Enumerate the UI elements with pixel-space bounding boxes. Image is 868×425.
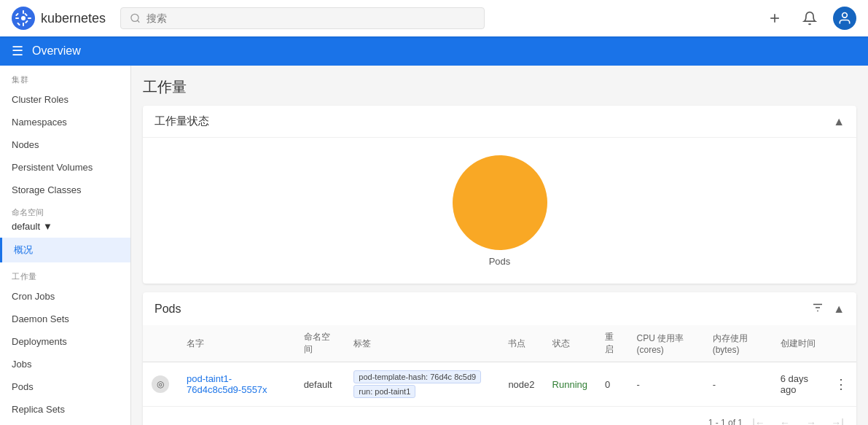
sidebar: 集群 Cluster Roles Namespaces Nodes Persis… <box>0 66 131 425</box>
cluster-section-label: 集群 <box>0 66 130 88</box>
pods-chart-label: Pods <box>489 256 511 267</box>
pod-row-actions-cell: ⋮ <box>826 362 856 407</box>
sidebar-item-replica-sets[interactable]: Replica Sets <box>0 398 130 421</box>
page-title: 工作量 <box>143 77 856 97</box>
sidebar-item-cluster-roles[interactable]: Cluster Roles <box>0 88 130 111</box>
search-input[interactable] <box>146 12 475 24</box>
col-name: 名字 <box>178 325 295 362</box>
col-memory: 内存使用 (bytes) <box>704 325 772 362</box>
main-layout: 集群 Cluster Roles Namespaces Nodes Persis… <box>0 66 868 425</box>
pagination-first-button[interactable]: |← <box>748 413 769 425</box>
app-name: kubernetes <box>41 11 106 26</box>
sidebar-item-deployments[interactable]: Deployments <box>0 330 130 353</box>
pagination-last-button[interactable]: →| <box>827 413 848 425</box>
row-more-icon[interactable]: ⋮ <box>834 377 848 391</box>
pod-tags-cell: pod-template-hash: 76d4c 8c5d9 run: pod-… <box>345 362 499 407</box>
workload-section-label: 工作量 <box>0 262 130 285</box>
sidebar-item-jobs[interactable]: Jobs <box>0 353 130 375</box>
svg-rect-2 <box>23 10 24 14</box>
sidebar-item-persistent-volumes[interactable]: Persistent Volumes <box>0 156 130 179</box>
col-node: 书点 <box>499 325 543 362</box>
pod-name-link[interactable]: pod-taint1-76d4c8c5d9-5557x <box>187 373 267 395</box>
sidebar-item-storage-classes[interactable]: Storage Classes <box>0 179 130 201</box>
col-icon <box>143 325 178 362</box>
workload-status-card-header: 工作量状态 ▲ <box>143 106 856 138</box>
pod-cpu-cell: - <box>628 362 704 407</box>
pods-section-title: Pods <box>155 303 181 316</box>
sidebar-item-cron-jobs[interactable]: Cron Jobs <box>0 285 130 308</box>
svg-rect-4 <box>15 17 19 19</box>
tag-chip-1: pod-template-hash: 76d4c 8c5d9 <box>353 370 481 383</box>
pagination-next-button[interactable]: → <box>801 413 821 425</box>
pod-restarts-cell: 0 <box>596 362 628 407</box>
top-nav: kubernetes <box>0 0 868 36</box>
svg-line-11 <box>138 20 140 23</box>
pods-header-actions: ▲ <box>811 301 845 316</box>
user-avatar[interactable] <box>833 7 856 30</box>
svg-point-1 <box>21 16 26 20</box>
kubernetes-logo-icon <box>12 7 35 30</box>
sidebar-item-namespaces[interactable]: Namespaces <box>0 111 130 133</box>
svg-point-10 <box>131 14 138 21</box>
svg-point-14 <box>842 13 848 18</box>
col-cpu: CPU 使用率 (cores) <box>628 325 704 362</box>
pie-chart: Pods <box>453 155 547 267</box>
namespace-section: 命名空间 default ▼ <box>0 201 130 238</box>
col-created: 创建时间 <box>772 325 826 362</box>
pagination-prev-button[interactable]: ← <box>775 413 795 425</box>
main-content: 工作量 工作量状态 ▲ Pods Pods <box>131 66 868 425</box>
collapse-pods-button[interactable]: ▲ <box>833 303 845 316</box>
table-header-row: 名字 命名空间 标签 书点 状态 重启 CPU 使用率 (cores) 内存使用… <box>143 325 856 362</box>
pod-status-cell: Running <box>544 362 596 407</box>
bell-icon <box>802 11 817 26</box>
workload-status-card: 工作量状态 ▲ Pods <box>143 106 856 284</box>
search-bar[interactable] <box>120 7 485 29</box>
plus-icon <box>767 11 782 26</box>
pods-card: Pods ▲ 名字 命名空间 标签 <box>143 292 856 425</box>
sidebar-item-replication-controllers[interactable]: Replication Controllers <box>0 421 130 425</box>
workload-status-title: 工作量状态 <box>155 114 209 128</box>
pods-table: 名字 命名空间 标签 书点 状态 重启 CPU 使用率 (cores) 内存使用… <box>143 325 856 407</box>
pods-card-header: Pods ▲ <box>143 292 856 325</box>
namespace-select[interactable]: default ▼ <box>12 221 119 232</box>
col-restarts: 重启 <box>596 325 628 362</box>
notification-button[interactable] <box>798 7 821 30</box>
pod-status-value: Running <box>552 379 587 390</box>
pod-status-icon: ◎ <box>152 375 169 393</box>
collapse-workload-status-button[interactable]: ▲ <box>833 115 845 128</box>
col-actions <box>826 325 856 362</box>
col-labels: 标签 <box>345 325 499 362</box>
nav-actions <box>763 7 856 30</box>
tag-chip-2: run: pod-taint1 <box>353 385 415 398</box>
col-status: 状态 <box>544 325 596 362</box>
chart-area: Pods <box>143 138 856 284</box>
user-icon <box>837 11 852 26</box>
add-button[interactable] <box>763 7 786 30</box>
row-status-icon-cell: ◎ <box>143 362 178 407</box>
namespace-value: default <box>12 221 40 232</box>
hamburger-icon[interactable]: ☰ <box>12 43 23 59</box>
svg-rect-3 <box>23 23 24 26</box>
section-title: Overview <box>32 44 81 58</box>
sidebar-item-pods[interactable]: Pods <box>0 375 130 398</box>
col-namespace: 命名空间 <box>295 325 345 362</box>
pod-namespace-cell: default <box>295 362 345 407</box>
sidebar-item-daemon-sets[interactable]: Daemon Sets <box>0 308 130 330</box>
search-icon <box>130 12 141 24</box>
pod-created-cell: 6 days ago <box>772 362 826 407</box>
sidebar-item-overview[interactable]: 概况 <box>0 238 130 262</box>
filter-icon[interactable] <box>811 301 824 316</box>
table-row: ◎ pod-taint1-76d4c8c5d9-5557x default po… <box>143 362 856 407</box>
pod-memory-cell: - <box>704 362 772 407</box>
pod-name-cell: pod-taint1-76d4c8c5d9-5557x <box>178 362 295 407</box>
pagination-info: 1 - 1 of 1 <box>708 418 743 425</box>
logo-area: kubernetes <box>12 7 106 30</box>
namespace-section-label: 命名空间 <box>12 207 119 218</box>
sidebar-item-nodes[interactable]: Nodes <box>0 133 130 156</box>
table-footer: 1 - 1 of 1 |← ← → →| <box>143 407 856 425</box>
chevron-down-icon: ▼ <box>43 221 52 232</box>
pod-node-cell: node2 <box>499 362 543 407</box>
section-bar: ☰ Overview <box>0 36 868 66</box>
pods-pie-circle <box>453 155 547 250</box>
svg-rect-5 <box>28 17 31 19</box>
